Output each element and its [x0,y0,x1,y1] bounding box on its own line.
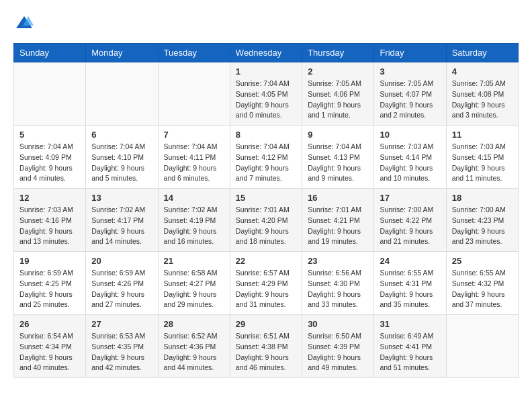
day-number: 1 [236,66,296,77]
day-number: 3 [380,66,440,77]
calendar-day: 18Sunrise: 7:00 AMSunset: 4:23 PMDayligh… [446,189,518,252]
calendar-day: 26Sunrise: 6:54 AMSunset: 4:34 PMDayligh… [14,315,86,378]
calendar-day: 20Sunrise: 6:59 AMSunset: 4:26 PMDayligh… [86,252,158,315]
day-number: 4 [452,66,513,77]
calendar-day: 24Sunrise: 6:55 AMSunset: 4:31 PMDayligh… [374,252,446,315]
calendar-day: 31Sunrise: 6:49 AMSunset: 4:41 PMDayligh… [374,315,446,378]
day-number: 29 [236,319,296,329]
calendar-day: 19Sunrise: 6:59 AMSunset: 4:25 PMDayligh… [14,252,86,315]
day-number: 26 [19,319,80,329]
calendar-day: 30Sunrise: 6:50 AMSunset: 4:39 PMDayligh… [302,315,374,378]
day-number: 15 [236,193,296,203]
calendar-day: 2Sunrise: 7:05 AMSunset: 4:06 PMDaylight… [302,62,374,126]
calendar-day: 12Sunrise: 7:03 AMSunset: 4:16 PMDayligh… [14,189,86,252]
calendar-week-2: 5Sunrise: 7:04 AMSunset: 4:09 PMDaylight… [14,126,519,189]
day-number: 28 [164,319,224,329]
day-info: Sunrise: 6:56 AMSunset: 4:30 PMDaylight:… [308,268,368,310]
calendar-week-5: 26Sunrise: 6:54 AMSunset: 4:34 PMDayligh… [14,315,519,378]
calendar-day: 13Sunrise: 7:02 AMSunset: 4:17 PMDayligh… [86,189,158,252]
day-info: Sunrise: 7:01 AMSunset: 4:21 PMDaylight:… [308,205,368,247]
day-number: 2 [308,66,368,77]
calendar-day: 5Sunrise: 7:04 AMSunset: 4:09 PMDaylight… [14,126,86,189]
weekday-header-friday: Friday [374,44,446,62]
day-info: Sunrise: 6:55 AMSunset: 4:32 PMDaylight:… [452,268,513,310]
calendar-day [86,62,158,126]
day-info: Sunrise: 7:03 AMSunset: 4:16 PMDaylight:… [19,205,80,247]
calendar-day: 10Sunrise: 7:03 AMSunset: 4:14 PMDayligh… [374,126,446,189]
day-info: Sunrise: 7:04 AMSunset: 4:12 PMDaylight:… [236,142,296,184]
day-number: 14 [164,193,224,203]
day-number: 11 [452,130,513,140]
calendar-day: 4Sunrise: 7:05 AMSunset: 4:08 PMDaylight… [446,62,518,126]
calendar-day [158,62,230,126]
weekday-header-row: SundayMondayTuesdayWednesdayThursdayFrid… [14,44,519,62]
day-number: 13 [91,193,152,203]
weekday-header-monday: Monday [86,44,158,62]
weekday-header-thursday: Thursday [302,44,374,62]
calendar-week-4: 19Sunrise: 6:59 AMSunset: 4:25 PMDayligh… [14,252,519,315]
day-number: 16 [308,193,368,203]
day-number: 27 [91,319,152,329]
day-number: 10 [380,130,440,140]
calendar-day [14,62,86,126]
weekday-header-tuesday: Tuesday [158,44,230,62]
day-number: 6 [91,130,152,140]
day-info: Sunrise: 6:57 AMSunset: 4:29 PMDaylight:… [236,268,296,310]
day-number: 8 [236,130,296,140]
day-info: Sunrise: 7:04 AMSunset: 4:13 PMDaylight:… [308,142,368,184]
day-info: Sunrise: 7:02 AMSunset: 4:17 PMDaylight:… [91,205,152,247]
weekday-header-wednesday: Wednesday [230,44,302,62]
day-info: Sunrise: 6:51 AMSunset: 4:38 PMDaylight:… [236,331,296,373]
day-number: 18 [452,193,513,203]
day-info: Sunrise: 7:04 AMSunset: 4:05 PMDaylight:… [236,79,296,121]
logo-icon [15,13,34,32]
calendar-day: 9Sunrise: 7:04 AMSunset: 4:13 PMDaylight… [302,126,374,189]
day-info: Sunrise: 7:02 AMSunset: 4:19 PMDaylight:… [164,205,224,247]
day-info: Sunrise: 7:01 AMSunset: 4:20 PMDaylight:… [236,205,296,247]
day-info: Sunrise: 6:59 AMSunset: 4:25 PMDaylight:… [19,268,80,310]
day-number: 7 [164,130,224,140]
day-info: Sunrise: 6:50 AMSunset: 4:39 PMDaylight:… [308,331,368,373]
calendar-day: 8Sunrise: 7:04 AMSunset: 4:12 PMDaylight… [230,126,302,189]
day-info: Sunrise: 7:03 AMSunset: 4:14 PMDaylight:… [380,142,440,184]
weekday-header-saturday: Saturday [446,44,518,62]
day-info: Sunrise: 7:04 AMSunset: 4:10 PMDaylight:… [91,142,152,184]
calendar-day: 28Sunrise: 6:52 AMSunset: 4:36 PMDayligh… [158,315,230,378]
day-info: Sunrise: 6:58 AMSunset: 4:27 PMDaylight:… [164,268,224,310]
day-number: 19 [19,256,80,266]
calendar-week-3: 12Sunrise: 7:03 AMSunset: 4:16 PMDayligh… [14,189,519,252]
day-number: 21 [164,256,224,266]
calendar-day: 14Sunrise: 7:02 AMSunset: 4:19 PMDayligh… [158,189,230,252]
day-info: Sunrise: 7:04 AMSunset: 4:11 PMDaylight:… [164,142,224,184]
day-info: Sunrise: 7:05 AMSunset: 4:06 PMDaylight:… [308,79,368,121]
calendar-table: SundayMondayTuesdayWednesdayThursdayFrid… [13,43,519,378]
day-info: Sunrise: 7:03 AMSunset: 4:15 PMDaylight:… [452,142,513,184]
day-info: Sunrise: 7:05 AMSunset: 4:08 PMDaylight:… [452,79,513,121]
logo [13,13,34,32]
calendar-day [446,315,518,378]
page-header [13,13,519,32]
day-number: 5 [19,130,80,140]
calendar-day: 21Sunrise: 6:58 AMSunset: 4:27 PMDayligh… [158,252,230,315]
calendar-day: 6Sunrise: 7:04 AMSunset: 4:10 PMDaylight… [86,126,158,189]
day-info: Sunrise: 6:59 AMSunset: 4:26 PMDaylight:… [91,268,152,310]
day-info: Sunrise: 7:00 AMSunset: 4:23 PMDaylight:… [452,205,513,247]
calendar-day: 3Sunrise: 7:05 AMSunset: 4:07 PMDaylight… [374,62,446,126]
day-info: Sunrise: 6:53 AMSunset: 4:35 PMDaylight:… [91,331,152,373]
day-number: 12 [19,193,80,203]
day-number: 24 [380,256,440,266]
calendar-day: 23Sunrise: 6:56 AMSunset: 4:30 PMDayligh… [302,252,374,315]
calendar-day: 15Sunrise: 7:01 AMSunset: 4:20 PMDayligh… [230,189,302,252]
day-info: Sunrise: 7:00 AMSunset: 4:22 PMDaylight:… [380,205,440,247]
calendar-day: 17Sunrise: 7:00 AMSunset: 4:22 PMDayligh… [374,189,446,252]
day-info: Sunrise: 6:54 AMSunset: 4:34 PMDaylight:… [19,331,80,373]
day-info: Sunrise: 6:55 AMSunset: 4:31 PMDaylight:… [380,268,440,310]
calendar-day: 1Sunrise: 7:04 AMSunset: 4:05 PMDaylight… [230,62,302,126]
day-number: 31 [380,319,440,329]
calendar-day: 27Sunrise: 6:53 AMSunset: 4:35 PMDayligh… [86,315,158,378]
day-number: 9 [308,130,368,140]
day-info: Sunrise: 7:05 AMSunset: 4:07 PMDaylight:… [380,79,440,121]
day-info: Sunrise: 7:04 AMSunset: 4:09 PMDaylight:… [19,142,80,184]
calendar-week-1: 1Sunrise: 7:04 AMSunset: 4:05 PMDaylight… [14,62,519,126]
calendar-day: 29Sunrise: 6:51 AMSunset: 4:38 PMDayligh… [230,315,302,378]
